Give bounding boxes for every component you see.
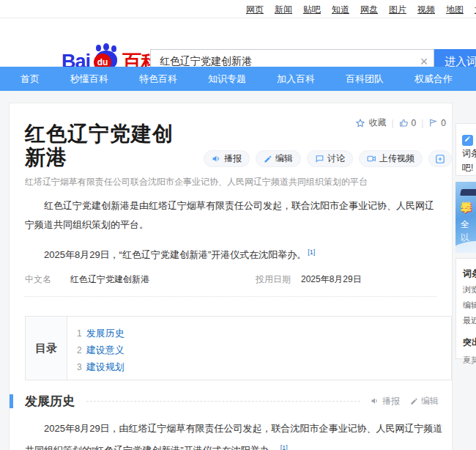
toc-link: 建设意义 bbox=[86, 344, 124, 355]
stats-header: 词条 bbox=[463, 268, 476, 280]
section-text: 2025年8月29日，由红塔辽宁烟草有限责任公司发起，联合沈阳市企事业记协、人民… bbox=[25, 423, 443, 450]
nav-miaodong[interactable]: 秒懂百科 bbox=[70, 73, 108, 86]
info-label: 投用日期 bbox=[256, 273, 301, 286]
section-accent-bar bbox=[10, 394, 13, 408]
discuss-label: 讨论 bbox=[327, 152, 345, 165]
info-value: 红色辽宁党建创新港 bbox=[70, 273, 149, 286]
speaker-icon bbox=[212, 154, 221, 163]
banner-text-line: 全 bbox=[461, 218, 469, 231]
star-icon bbox=[355, 118, 365, 128]
nav-team[interactable]: 百科团队 bbox=[346, 73, 384, 86]
info-label: 中文名 bbox=[25, 273, 70, 286]
thumbs-up-icon bbox=[399, 118, 409, 128]
banner-logo-decoration bbox=[460, 189, 476, 196]
add-button[interactable] bbox=[428, 150, 452, 167]
info-row-chinese-name: 中文名 红色辽宁党建创新港 bbox=[25, 273, 256, 286]
section-paragraph: 2025年8月29日，由红塔辽宁烟草有限责任公司发起，联合沈阳市企事业记协、人民… bbox=[25, 419, 443, 450]
toc-item-history[interactable]: 1发展历史 bbox=[77, 325, 124, 342]
divider: | bbox=[421, 118, 423, 128]
basic-info-table: 中文名 红色辽宁党建创新港 投用日期 2025年8月29日 bbox=[25, 273, 436, 297]
like-count: 0 bbox=[412, 118, 417, 128]
toc-number: 3 bbox=[77, 362, 82, 372]
toc-link: 建设规划 bbox=[86, 361, 124, 372]
table-of-contents: 目录 1发展历史 2建设意义 3建设规划 bbox=[25, 316, 452, 380]
broadcast-label: 播报 bbox=[224, 152, 242, 165]
summary-paragraph-2: 2025年8月29日，“红色辽宁党建创新港”开港仪式在沈阳举办。[1] bbox=[25, 243, 443, 265]
info-row-launch-date: 投用日期 2025年8月29日 bbox=[256, 273, 362, 286]
nav-join[interactable]: 加入百科 bbox=[277, 73, 315, 86]
edit-label: 编辑 bbox=[275, 152, 293, 165]
baike-nav-bar: 首页 秒懂百科 特色百科 知识专题 加入百科 百科团队 权威合作 bbox=[0, 67, 476, 91]
toc-number: 2 bbox=[77, 345, 82, 355]
reference-link[interactable]: [1] bbox=[308, 248, 315, 256]
section-divider bbox=[86, 401, 360, 402]
title-buttons: 播报 编辑 讨论 上传视频 bbox=[204, 150, 452, 167]
share-button[interactable]: 0 bbox=[428, 118, 446, 128]
edit-pencil-icon bbox=[462, 135, 473, 146]
broadcast-button[interactable]: 播报 bbox=[204, 150, 250, 167]
section-title: 发展历史 bbox=[25, 393, 75, 410]
stats-row-recent: 最近 bbox=[463, 315, 476, 326]
title-row: 红色辽宁党建创新港 播报 编辑 讨论 bbox=[25, 122, 452, 169]
favorite-button[interactable]: 收藏 bbox=[355, 117, 386, 129]
edit-prompt-line: 词条 bbox=[462, 146, 476, 161]
section-edit-label: 编辑 bbox=[421, 395, 439, 407]
nav-tese[interactable]: 特色百科 bbox=[139, 73, 177, 86]
upload-video-button[interactable]: 上传视频 bbox=[359, 150, 423, 167]
share-icon bbox=[428, 118, 438, 128]
plus-square-icon bbox=[435, 154, 445, 164]
edit-prompt-line: 吧! bbox=[462, 161, 476, 175]
nav-home[interactable]: 首页 bbox=[21, 73, 40, 86]
top-nav-video[interactable]: 视频 bbox=[417, 4, 435, 16]
stats-row-views: 浏览 bbox=[463, 284, 476, 295]
section-broadcast-button[interactable]: 播报 bbox=[371, 395, 400, 407]
section-edit-button[interactable]: 编辑 bbox=[410, 395, 439, 407]
top-nav-images[interactable]: 图片 bbox=[389, 4, 406, 16]
pencil-icon bbox=[264, 155, 272, 163]
info-value: 2025年8月29日 bbox=[301, 273, 362, 286]
toc-item-planning[interactable]: 3建设规划 bbox=[77, 358, 124, 375]
share-count: 0 bbox=[441, 118, 446, 128]
section-broadcast-label: 播报 bbox=[382, 395, 400, 407]
toc-items: 1发展历史 2建设意义 3建设规划 bbox=[67, 317, 124, 380]
top-nav-bar: 网页 新闻 贴吧 知道 网盘 图片 视频 地图 文库 bbox=[0, 0, 476, 18]
content-area: 收藏 | 0 | 0 红色辽宁党建创新港 播报 bbox=[0, 91, 476, 450]
chat-bubble-icon bbox=[315, 154, 324, 163]
discuss-button[interactable]: 讨论 bbox=[307, 150, 353, 167]
top-nav-links: 网页 新闻 贴吧 知道 网盘 图片 视频 地图 文库 bbox=[246, 4, 476, 16]
edit-prompt-box[interactable]: 词条 吧! bbox=[455, 123, 476, 176]
section-header: 发展历史 播报 编辑 bbox=[10, 392, 452, 410]
contributor-user-link[interactable]: 夏莫 bbox=[463, 355, 476, 366]
toc-title: 目录 bbox=[26, 317, 67, 380]
top-nav-tieba[interactable]: 贴吧 bbox=[303, 4, 321, 16]
promo-banner[interactable]: 攀 全 以 bbox=[455, 182, 476, 253]
banner-text-line: 攀 bbox=[461, 201, 472, 215]
top-nav-map[interactable]: 地图 bbox=[446, 4, 464, 16]
summary-paragraph-1: 红色辽宁党建创新港是由红塔辽宁烟草有限责任公司发起，联合沈阳市企事业记协、人民网… bbox=[25, 196, 443, 235]
section-history: 发展历史 播报 编辑 2025年8月29日，由红塔辽宁烟草有限责任公司发起，联合 bbox=[10, 392, 452, 450]
like-button[interactable]: 0 bbox=[399, 118, 417, 128]
entry-actions: 收藏 | 0 | 0 bbox=[355, 117, 446, 129]
reference-link[interactable]: [1] bbox=[280, 444, 288, 450]
contributors-header: 突出 bbox=[463, 336, 476, 349]
header: Bai du 百科 × 进入词条 bbox=[0, 18, 476, 67]
stats-row-edits: 编辑 bbox=[463, 300, 476, 311]
top-nav-pan[interactable]: 网盘 bbox=[360, 4, 378, 16]
nav-quanwei[interactable]: 权威合作 bbox=[414, 73, 453, 86]
search-input[interactable] bbox=[151, 56, 414, 67]
entry-card: 收藏 | 0 | 0 红色辽宁党建创新港 播报 bbox=[9, 103, 453, 450]
edit-button[interactable]: 编辑 bbox=[256, 150, 301, 167]
upload-video-label: 上传视频 bbox=[379, 152, 414, 165]
toc-link: 发展历史 bbox=[86, 328, 124, 339]
top-nav-web[interactable]: 网页 bbox=[246, 4, 264, 16]
entry-stats-box: 词条 浏览 编辑 最近 突出 夏莫 bbox=[455, 258, 476, 359]
entry-subtitle: 红塔辽宁烟草有限责任公司联合沈阳市企事业记协、人民网辽宁频道共同组织策划的平台 bbox=[25, 176, 436, 188]
top-nav-zhidao[interactable]: 知道 bbox=[332, 4, 349, 16]
entry-title: 红色辽宁党建创新港 bbox=[25, 122, 193, 169]
baidu-baike-page: 网页 新闻 贴吧 知道 网盘 图片 视频 地图 文库 Bai du 百科 × 进… bbox=[0, 0, 476, 450]
favorite-label: 收藏 bbox=[368, 117, 386, 129]
nav-zhishi[interactable]: 知识专题 bbox=[208, 73, 246, 86]
top-nav-news[interactable]: 新闻 bbox=[275, 4, 292, 16]
divider: | bbox=[391, 118, 393, 128]
toc-item-significance[interactable]: 2建设意义 bbox=[77, 342, 124, 358]
